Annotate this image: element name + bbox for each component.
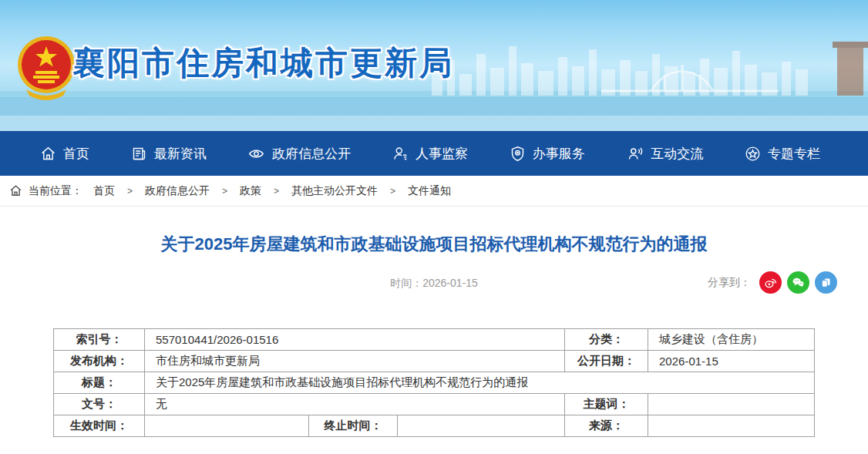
nav-label: 专题专栏 — [768, 145, 820, 163]
share-bar: 分享到： — [708, 271, 837, 294]
publish-date-label: 公开日期： — [565, 351, 648, 372]
table-row-effective-expiry-source: 生效时间： 终止时间： 来源： — [53, 415, 814, 437]
article-meta-row: 时间：2026-01-15 分享到： — [0, 270, 868, 296]
nav-label: 政府信息公开 — [272, 145, 351, 163]
shield-icon — [510, 146, 526, 162]
publish-time-label: 时间： — [390, 277, 422, 289]
doc-number-value: 无 — [144, 394, 564, 415]
keywords-label: 主题词： — [565, 394, 648, 415]
nav-item-interaction[interactable]: 互动交流 — [626, 145, 703, 163]
doc-number-label: 文号： — [53, 394, 144, 415]
share-label: 分享到： — [708, 276, 751, 290]
nav-label: 人事监察 — [415, 145, 468, 163]
copy-icon — [819, 276, 833, 289]
expiry-time-value — [397, 415, 564, 437]
document-info-table: 索引号： 557010441/2026-01516 分类： 城乡建设（含住房） … — [53, 328, 815, 437]
doc-title-label: 标题： — [53, 372, 144, 394]
eye-icon — [247, 146, 265, 162]
category-label: 分类： — [565, 329, 648, 351]
breadcrumb-item-other-public-docs[interactable]: 其他主动公开文件 — [291, 184, 378, 198]
source-label: 来源： — [565, 415, 648, 437]
star-icon — [745, 146, 761, 162]
news-icon — [131, 146, 147, 162]
chat-icon — [626, 146, 644, 162]
nav-item-news[interactable]: 最新资讯 — [131, 145, 207, 163]
breadcrumb-item-policy[interactable]: 政策 — [240, 184, 261, 198]
breadcrumb-label: 当前位置： — [29, 184, 82, 198]
table-row-index-category: 索引号： 557010441/2026-01516 分类： 城乡建设（含住房） — [53, 329, 814, 351]
national-emblem-icon — [15, 31, 77, 103]
table-row-title: 标题： 关于2025年房屋建筑和市政基础设施项目招标代理机构不规范行为的通报 — [53, 372, 814, 394]
share-weibo-button[interactable] — [759, 271, 782, 294]
nav-label: 首页 — [63, 145, 89, 163]
index-number-value: 557010441/2026-01516 — [144, 329, 564, 351]
index-number-label: 索引号： — [53, 329, 144, 351]
publish-time-value: 2026-01-15 — [422, 277, 478, 289]
breadcrumb-separator: > — [127, 186, 133, 197]
table-row-docnum-keywords: 文号： 无 主题词： — [53, 394, 814, 415]
publish-agency-label: 发布机构： — [53, 351, 144, 372]
wechat-icon — [791, 275, 806, 290]
breadcrumb-home-icon — [9, 184, 22, 197]
page-title: 关于2025年房屋建筑和市政基础设施项目招标代理机构不规范行为的通报 — [46, 233, 822, 256]
doc-title-value: 关于2025年房屋建筑和市政基础设施项目招标代理机构不规范行为的通报 — [144, 372, 814, 394]
nav-label: 最新资讯 — [154, 145, 207, 163]
breadcrumb-separator: > — [222, 186, 227, 197]
breadcrumb-separator: > — [274, 186, 279, 197]
nav-item-services[interactable]: 办事服务 — [510, 145, 585, 163]
source-value — [648, 415, 815, 437]
keywords-value — [648, 394, 815, 415]
article-area: 关于2025年房屋建筑和市政基础设施项目招标代理机构不规范行为的通报 时间：20… — [0, 233, 868, 437]
nav-item-personnel[interactable]: 人事监察 — [392, 145, 468, 163]
nav-item-home[interactable]: 首页 — [40, 145, 89, 163]
category-value: 城乡建设（含住房） — [648, 329, 815, 351]
breadcrumb-item-gov-info[interactable]: 政府信息公开 — [145, 184, 210, 198]
publish-agency-value: 市住房和城市更新局 — [144, 351, 564, 372]
breadcrumb: 当前位置： 首页 > 政府信息公开 > 政策 > 其他主动公开文件 > 文件通知 — [0, 176, 868, 207]
site-banner: 襄阳市住房和城市更新局 — [0, 0, 868, 131]
share-copy-button[interactable] — [815, 271, 837, 294]
home-icon — [40, 146, 56, 162]
effective-time-value — [144, 415, 308, 437]
expiry-time-label: 终止时间： — [308, 415, 397, 437]
main-nav: 首页 最新资讯 政府信息公开 人事监察 办事服务 互动交流 专题专栏 — [0, 131, 868, 176]
nav-item-gov-info[interactable]: 政府信息公开 — [247, 145, 351, 163]
effective-time-label: 生效时间： — [53, 415, 144, 437]
publish-date-value: 2026-01-15 — [648, 351, 815, 372]
table-row-agency-pubdate: 发布机构： 市住房和城市更新局 公开日期： 2026-01-15 — [53, 351, 814, 372]
nav-label: 互动交流 — [651, 145, 703, 163]
breadcrumb-item-document-notice[interactable]: 文件通知 — [408, 184, 451, 198]
share-wechat-button[interactable] — [787, 271, 809, 294]
nav-label: 办事服务 — [533, 145, 585, 163]
site-title: 襄阳市住房和城市更新局 — [72, 42, 454, 85]
person-icon — [392, 146, 409, 162]
nav-item-special-topics[interactable]: 专题专栏 — [745, 145, 820, 163]
weibo-icon — [763, 275, 778, 290]
breadcrumb-separator: > — [390, 186, 395, 197]
breadcrumb-item-home[interactable]: 首页 — [93, 184, 115, 198]
